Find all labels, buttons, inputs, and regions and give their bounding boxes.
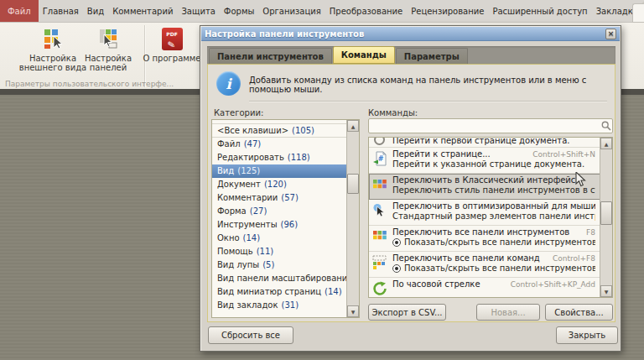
- menubar: Файл Главная Вид Комментарий Защита Форм…: [0, 0, 644, 23]
- category-item[interactable]: Редактировать(118): [212, 151, 359, 164]
- command-desc: Показать/скрыть все панели инструментов.: [392, 237, 595, 247]
- category-item[interactable]: Вид закладок(31): [212, 299, 359, 312]
- commands-listbox: Перейти к первой странице документа. # П…: [368, 137, 613, 298]
- category-name: Документ: [217, 180, 261, 189]
- command-title: Переключить в оптимизированный для мыши …: [392, 201, 595, 211]
- category-count: (5): [262, 260, 274, 269]
- category-count: (31): [282, 300, 299, 310]
- menu-file[interactable]: Файл: [0, 0, 39, 22]
- category-name: Форма: [217, 206, 247, 216]
- divider: [249, 101, 607, 102]
- info-text: Добавить команду из списка команд на пан…: [249, 76, 606, 94]
- categories-scrollbar[interactable]: ▲ ▼: [346, 120, 359, 317]
- category-name: <Все клавиши>: [217, 126, 288, 135]
- category-item[interactable]: Вид панели масштабирования(1): [212, 272, 359, 285]
- categories-label: Категории:: [214, 108, 263, 117]
- command-desc: Показать/скрыть все панели инструментов …: [392, 263, 595, 273]
- category-item[interactable]: Инструменты(96): [212, 218, 359, 232]
- menu-view[interactable]: Вид: [83, 0, 108, 22]
- category-item[interactable]: Вид лупы(5): [212, 258, 359, 272]
- scroll-up-icon[interactable]: ▲: [600, 138, 612, 149]
- scrollbar-thumb[interactable]: [347, 174, 359, 194]
- command-row[interactable]: Переключить все панели инструментов F8 П…: [369, 226, 612, 252]
- tab-toolbars[interactable]: Панели инструментов: [209, 48, 332, 64]
- tab-commands[interactable]: Команды: [333, 46, 395, 64]
- mouse-interface-icon: [372, 203, 387, 218]
- category-count: (105): [292, 126, 314, 135]
- command-title: Переключить в Классический интерфейс: [392, 175, 575, 185]
- category-item[interactable]: Комментарии(57): [212, 191, 359, 205]
- ribbon-group-label: Параметры пользовательского интерфе...: [5, 80, 202, 88]
- toggle-command-bars-icon: [372, 255, 387, 270]
- command-row[interactable]: По часовой стрелке Control+Shift+KP_Add: [369, 278, 612, 297]
- menu-home[interactable]: Главная: [39, 0, 83, 22]
- category-name: Вид панели масштабирования: [217, 274, 352, 283]
- appearance-settings-icon: [42, 26, 64, 51]
- command-title: Переключить все панели команд: [392, 253, 540, 263]
- category-item[interactable]: Вид миниатюр страниц(14): [212, 285, 359, 299]
- category-name: Инструменты: [217, 220, 278, 229]
- clipped-ui-element: [632, 3, 644, 23]
- command-shortcut: Control+Shift+KP_Add: [511, 280, 595, 289]
- command-row[interactable]: Переключить в оптимизированный для мыши …: [369, 200, 612, 226]
- rotate-clockwise-icon: [372, 281, 387, 296]
- svg-text:#: #: [378, 155, 384, 163]
- category-item[interactable]: Помощь(11): [212, 245, 359, 258]
- category-name: Помощь: [217, 247, 253, 256]
- tab-options[interactable]: Параметры: [396, 48, 468, 64]
- menu-convert[interactable]: Преобразование: [325, 0, 407, 22]
- command-shortcut: F8: [586, 228, 595, 237]
- category-item[interactable]: Окно(14): [212, 232, 359, 245]
- command-title: Переключить все панели инструментов: [392, 227, 569, 237]
- category-item[interactable]: Документ(120): [212, 178, 359, 191]
- category-count: (118): [288, 153, 310, 162]
- dialog-tabbar: Панели инструментов Команды Параметры: [207, 46, 615, 64]
- category-name: Вид миниатюр страниц: [217, 287, 321, 296]
- category-item[interactable]: <Все клавиши>(105): [212, 124, 347, 138]
- command-desc: Перейти к указанной странице документа.: [392, 159, 595, 169]
- scrollbar-thumb[interactable]: [600, 201, 612, 225]
- scroll-up-icon[interactable]: ▲: [347, 120, 359, 132]
- menu-forms[interactable]: Формы: [220, 0, 259, 22]
- category-count: (14): [243, 233, 261, 243]
- menu-comment[interactable]: Комментарий: [108, 0, 177, 22]
- classic-interface-icon: [372, 177, 387, 192]
- menu-accessibility[interactable]: Расширенный доступ: [488, 0, 591, 22]
- category-name: Редактировать: [217, 153, 284, 162]
- mouse-cursor: [575, 172, 586, 187]
- close-icon[interactable]: ×: [605, 29, 616, 39]
- properties-button[interactable]: Свойства...: [545, 304, 613, 321]
- command-row[interactable]: Перейти к первой странице документа.: [369, 138, 612, 148]
- scroll-down-icon[interactable]: ▼: [347, 305, 359, 317]
- category-item-selected[interactable]: Вид(125): [212, 164, 347, 178]
- category-count: (125): [237, 166, 260, 175]
- menu-protect[interactable]: Защита: [177, 0, 219, 22]
- command-title: По часовой стрелке: [392, 279, 480, 289]
- command-icon: [374, 138, 389, 148]
- export-csv-button[interactable]: Экспорт в CSV...: [368, 304, 446, 321]
- eye-icon: [392, 238, 401, 247]
- dialog-titlebar[interactable]: Настройка панели инструментов ×: [201, 27, 620, 41]
- category-count: (47): [244, 139, 262, 149]
- panels-settings-button[interactable]: Настройка панелей: [74, 26, 143, 80]
- toggle-toolbars-icon: [372, 229, 387, 244]
- close-button[interactable]: Закрыть: [556, 326, 618, 344]
- category-item[interactable]: Форма(27): [212, 205, 359, 218]
- menu-organize[interactable]: Организация: [258, 0, 325, 22]
- ribbon-button-label: Настройка панелей: [74, 54, 143, 72]
- category-count: (96): [281, 220, 299, 229]
- commands-search-input[interactable]: [368, 118, 613, 133]
- category-item[interactable]: Файл(47): [212, 138, 359, 151]
- ribbon-button-label: О программе: [143, 54, 200, 63]
- category-name: Вид: [217, 166, 234, 175]
- menu-review[interactable]: Рецензирование: [407, 0, 488, 22]
- about-button[interactable]: PDF✎ О программе: [141, 26, 203, 80]
- scroll-down-icon[interactable]: ▼: [600, 285, 612, 297]
- command-title: Перейти к странице...: [392, 149, 491, 159]
- commands-scrollbar[interactable]: ▲ ▼: [600, 138, 612, 297]
- reset-all-button[interactable]: Сбросить все: [208, 326, 293, 344]
- command-row[interactable]: # Перейти к странице... Control+Shift+N …: [369, 148, 612, 174]
- category-count: (14): [325, 287, 342, 296]
- command-row[interactable]: Переключить все панели команд Control+F8…: [369, 252, 612, 278]
- categories-listbox: ••• •• <Все клавиши>(105) Файл(47) Редак…: [211, 119, 360, 318]
